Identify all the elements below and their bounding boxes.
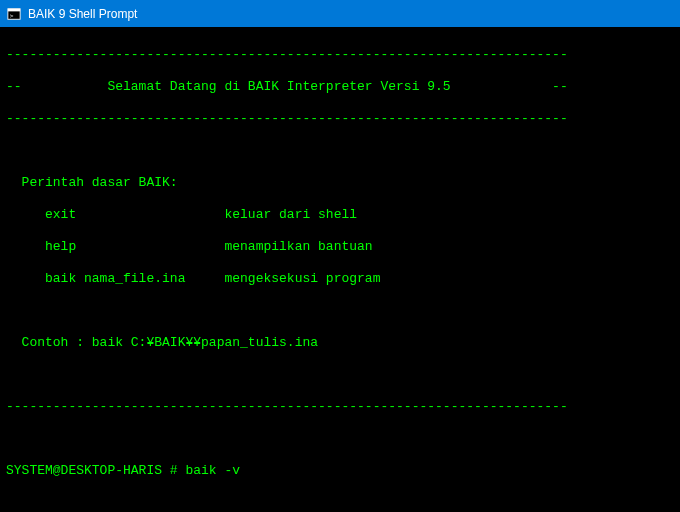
title-bar[interactable]: >_ BAIK 9 Shell Prompt [0,0,680,27]
divider: ----------------------------------------… [6,399,674,415]
welcome-line: -- Selamat Datang di BAIK Interpreter Ve… [6,79,674,95]
example-line: Contoh : baik C:¥BAIK¥¥papan_tulis.ina [6,335,674,351]
blank-line [6,143,674,159]
prompt-line-1: SYSTEM@DESKTOP-HARIS # baik -v [6,463,674,479]
window-title: BAIK 9 Shell Prompt [28,7,137,21]
cmd-exit: exit keluar dari shell [6,207,674,223]
app-icon: >_ [6,6,22,22]
divider: ----------------------------------------… [6,47,674,63]
svg-text:>_: >_ [10,11,18,19]
terminal-output[interactable]: ----------------------------------------… [0,27,680,512]
cmd-baik: baik nama_file.ina mengeksekusi program [6,271,674,287]
blank-line [6,303,674,319]
blank-line [6,367,674,383]
command-entered: baik -v [185,463,240,478]
divider: ----------------------------------------… [6,111,674,127]
basic-commands-header: Perintah dasar BAIK: [6,175,674,191]
blank-line [6,431,674,447]
prompt: SYSTEM@DESKTOP-HARIS # [6,463,185,478]
cmd-help: help menampilkan bantuan [6,239,674,255]
blank-line [6,495,674,511]
